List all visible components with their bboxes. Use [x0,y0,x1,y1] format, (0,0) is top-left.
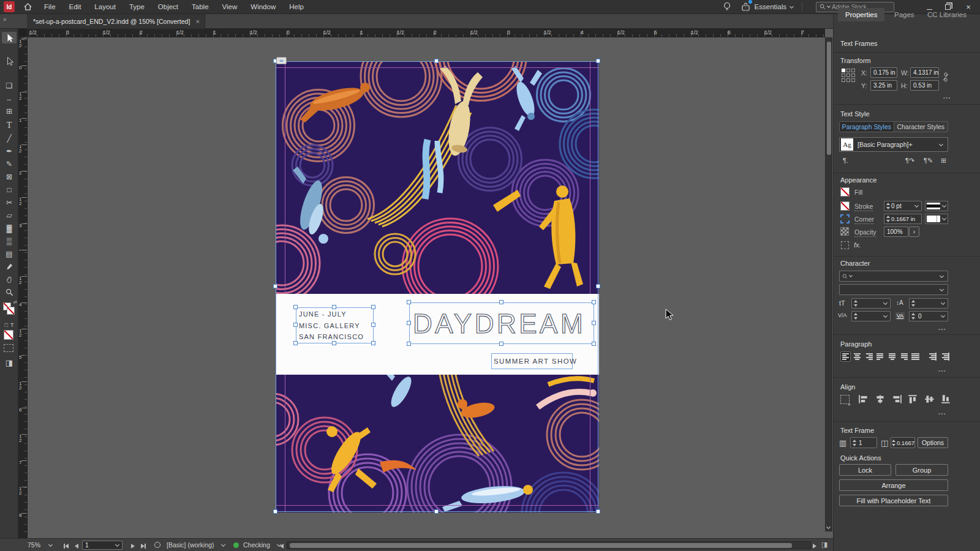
menu-item[interactable]: Layout [88,0,123,14]
align-vcenter-button[interactable] [924,394,935,404]
menu-item[interactable]: Table [185,0,216,14]
y-field[interactable]: 3.25 in [870,80,897,91]
selection-handle[interactable] [332,341,336,345]
columns-stepper[interactable]: 1 [850,437,877,448]
formatting-text-icon[interactable]: T [10,322,14,328]
paragraph-style-dropdown[interactable]: Ag [Basic Paragraph]+ [839,137,948,152]
stroke-style-dropdown[interactable] [925,201,948,211]
selection-handle[interactable] [407,342,411,346]
close-tab-icon[interactable]: × [195,18,199,25]
type-tool[interactable]: T [2,119,17,131]
font-size-stepper[interactable] [851,298,891,309]
fill-none-swatch[interactable] [840,187,850,197]
object-states-icon[interactable] [841,241,849,249]
note-tool[interactable]: ▤ [2,248,17,260]
eyedropper-tool[interactable] [2,261,17,272]
selection-handle[interactable] [596,284,600,288]
group-button[interactable]: Group [895,464,948,476]
screen-mode-button[interactable]: ◨ [2,357,17,369]
new-style-icon[interactable]: ⊞ [941,157,946,165]
line-tool[interactable]: ╱ [2,132,17,144]
corner-style-dropdown[interactable] [925,214,948,224]
menu-item[interactable]: Edit [62,0,88,14]
stroke-none-swatch[interactable] [840,201,850,211]
align-left-button[interactable] [840,351,851,362]
selection-handle[interactable] [596,59,600,63]
horizontal-scrollbar[interactable] [287,541,811,549]
x-field[interactable]: 0.175 in [870,67,897,78]
selection-tool[interactable] [2,32,17,43]
selection-handle[interactable] [293,305,298,309]
document-tab[interactable]: *set-up-a-postcard_END_V2.indd @ 150% [C… [27,14,205,29]
workspace-switcher[interactable]: Essentials [745,2,802,12]
style-override-icon[interactable]: ¶✎ [924,157,933,165]
paragraph-more-options[interactable]: ••• [938,368,946,373]
link-badge-icon[interactable]: ∞ [276,57,287,64]
selection-handle[interactable] [407,321,411,325]
redefine-style-icon[interactable]: ¶↷ [905,157,914,165]
swap-fill-stroke-icon[interactable]: ⇄ [13,300,17,305]
zoom-level-dropdown[interactable]: 75% [28,541,52,549]
direct-selection-tool[interactable] [2,55,17,67]
selection-handle[interactable] [371,323,375,327]
reference-point-grid[interactable] [842,69,856,83]
gradient-feather-tool[interactable]: ▒ [2,235,17,247]
hand-tool[interactable] [2,274,17,285]
font-style-dropdown[interactable] [839,284,948,295]
h-field[interactable]: 0.53 in [910,80,939,91]
selection-handle[interactable] [407,300,411,304]
panel-expand-chevron[interactable]: » [3,16,7,23]
constrain-proportions-icon[interactable] [942,72,949,82]
tracking-stepper[interactable]: 0 [909,311,948,321]
selection-handle[interactable] [499,300,503,304]
first-page-button[interactable] [64,542,69,550]
info-text-frame[interactable]: JUNE - JULY MISC. GALLERY SAN FRANCISCO [296,307,374,343]
vertical-scrollbar-thumb[interactable] [827,42,831,155]
align-left-edges-button[interactable] [858,394,869,404]
selection-handle[interactable] [592,321,596,325]
title-text-frame[interactable]: DAYDREAM [409,302,594,344]
home-icon[interactable] [23,2,32,11]
leading-stepper[interactable] [909,298,948,309]
align-right-button[interactable] [864,351,874,362]
arrange-button[interactable]: Arrange [839,479,948,491]
stroke-swatch[interactable] [7,307,15,315]
align-top-edges-button[interactable] [908,394,919,404]
scroll-left-arrow[interactable] [280,542,284,550]
selection-handle[interactable] [596,509,600,514]
menu-item[interactable]: Type [123,0,151,14]
character-more-options[interactable]: ••• [938,326,946,332]
justify-last-left-button[interactable] [875,351,886,362]
gradient-tool[interactable]: ▓ [2,222,17,234]
selection-handle[interactable] [592,342,596,346]
selection-handle[interactable] [592,300,596,304]
selection-handle[interactable] [273,509,277,514]
tab-cc-libraries[interactable]: CC Libraries [920,8,974,21]
fx-icon[interactable]: fx. [854,241,861,249]
horizontal-scrollbar-thumb[interactable] [290,543,792,548]
menu-item[interactable]: View [216,0,244,14]
menu-item[interactable]: File [37,0,62,14]
rectangle-tool[interactable]: □ [2,184,17,195]
previous-page-button[interactable] [75,542,78,550]
content-collector-tool[interactable]: ⊞ [2,105,17,117]
apply-none-swatch[interactable] [4,330,13,340]
horizontal-ruler[interactable]: 1/231/221/211/201/211/221/231/241/251/26… [28,29,825,37]
paragraph-styles-tab[interactable]: Paragraph Styles [840,122,894,132]
align-bottom-edges-button[interactable] [941,394,952,404]
formatting-container-icon[interactable]: □ [5,322,8,328]
corner-label[interactable]: Corner [854,216,874,224]
selection-handle[interactable] [293,323,298,327]
preflight-icon[interactable] [154,542,160,548]
apply-gradient-box-icon[interactable] [4,344,13,352]
vertical-scrollbar[interactable] [825,37,832,531]
opacity-expand-button[interactable]: › [909,227,919,237]
frame-tool[interactable]: ⊠ [2,171,17,182]
page-number-field[interactable]: 1 [82,541,123,550]
selection-handle[interactable] [332,305,336,309]
preflight-profile-dropdown[interactable]: [Basic] (working) [167,541,225,549]
tab-properties[interactable]: Properties [838,8,884,21]
zoom-tool[interactable] [2,287,17,298]
panel-corner-icon[interactable]: ◨ [821,541,827,549]
selection-handle[interactable] [434,509,439,514]
